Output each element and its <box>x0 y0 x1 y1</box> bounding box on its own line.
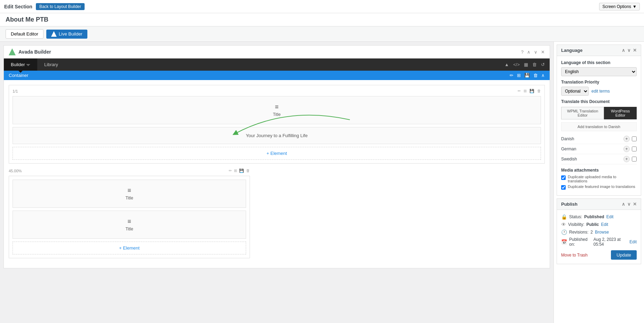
chevron-up-icon[interactable]: ∧ <box>622 48 625 53</box>
code-icon[interactable]: </> <box>513 62 520 67</box>
swedish-add-button[interactable]: + <box>623 156 630 162</box>
save-col-icon[interactable]: 💾 <box>529 89 534 93</box>
avada-builder-header: Avada Builder ? ∧ ∨ ✕ <box>4 46 550 58</box>
edit-icon[interactable]: ✏ <box>510 73 513 78</box>
title-label-col2: Title <box>16 227 242 231</box>
language-name-danish: Danish <box>561 136 574 141</box>
publish-actions: Move to Trash Update <box>561 250 637 260</box>
save-col45-icon[interactable]: 💾 <box>239 168 244 173</box>
default-editor-button[interactable]: Default Editor <box>6 29 44 39</box>
avada-builder-panel: Avada Builder ? ∧ ∨ ✕ Builder Library <box>3 45 550 268</box>
publish-panel-icons: ∧ ∨ ✕ <box>622 202 637 207</box>
dup-col45-icon[interactable]: ⊞ <box>234 168 237 173</box>
container-label: Container <box>9 73 28 78</box>
translation-priority-select[interactable]: Optional <box>561 87 589 96</box>
german-row-right: + <box>623 146 637 152</box>
add-element-button-1[interactable]: + Element <box>13 147 541 160</box>
del-col-icon[interactable]: 🗑 <box>537 89 541 93</box>
dup-col-icon[interactable]: ⊞ <box>524 89 527 93</box>
library-tab-label: Library <box>44 62 58 67</box>
language-name-swedish: Swedish <box>561 157 577 162</box>
live-builder-button[interactable]: Live Builder <box>46 30 87 39</box>
wordpress-editor-button[interactable]: WordPress Editor <box>604 107 637 119</box>
revisions-label: Revisions: <box>569 230 588 235</box>
column-fraction-label: 1/1 <box>13 89 18 93</box>
edit-section-label: Edit Section <box>4 4 32 9</box>
list-item: German + <box>561 144 637 154</box>
pub-chevron-up-icon[interactable]: ∧ <box>622 202 625 207</box>
collapse-icon[interactable]: ∨ <box>534 49 537 55</box>
duplicate-media-label: Duplicate uploaded media to translations <box>568 175 637 183</box>
add-element-button-col[interactable]: + Element <box>13 242 246 254</box>
language-list: Danish + German + Swed <box>561 134 637 164</box>
status-row: 🔒 Status: Published Edit <box>561 214 637 220</box>
status-badge: Published <box>584 214 604 219</box>
title-icon-col1: ≡ <box>16 187 242 194</box>
chevron-down-icon[interactable]: ∨ <box>627 48 631 53</box>
danish-add-button[interactable]: + <box>623 136 630 142</box>
language-panel-body: Language of this section English Transla… <box>557 56 641 195</box>
pub-close-icon[interactable]: ✕ <box>633 202 637 207</box>
back-to-layout-builder-button[interactable]: Back to Layout Builder <box>36 3 85 10</box>
toggle-icon[interactable]: ✕ <box>541 49 545 55</box>
duplicate-featured-checkbox[interactable] <box>561 185 566 190</box>
tab-builder[interactable]: Builder <box>4 58 37 71</box>
pub-chevron-down-icon[interactable]: ∨ <box>627 202 631 207</box>
edit-col-icon[interactable]: ✏ <box>518 89 521 93</box>
avada-header-icons: ? ∧ ∨ ✕ <box>521 49 545 55</box>
publish-panel: Publish ∧ ∨ ✕ 🔒 Status: Published Edit 👁… <box>557 198 641 264</box>
list-item: Danish + <box>561 134 637 144</box>
expand-icon[interactable]: ∧ <box>527 49 531 55</box>
collapse-icon[interactable]: ∧ <box>541 73 545 78</box>
visibility-row: 👁 Visibility: Public Edit <box>561 222 637 227</box>
avada-logo-icon <box>51 31 57 37</box>
language-panel-header: Language ∧ ∨ ✕ <box>557 45 641 56</box>
german-add-button[interactable]: + <box>623 146 630 152</box>
tab-library[interactable]: Library <box>37 58 65 71</box>
trash-icon[interactable]: 🗑 <box>532 62 537 67</box>
del-col45-icon[interactable]: 🗑 <box>246 168 250 173</box>
duplicate-icon[interactable]: ⊞ <box>517 73 521 78</box>
swedish-checkbox[interactable] <box>632 157 637 162</box>
screen-options-label: Screen Options <box>602 4 631 9</box>
edit-col45-icon[interactable]: ✏ <box>229 168 232 173</box>
revisions-icon: 🕐 <box>561 229 567 235</box>
col-percentage-label: 45.00% <box>9 169 22 173</box>
tab-active-indicator <box>26 64 30 66</box>
revisions-browse-link[interactable]: Browse <box>595 230 609 235</box>
delete-icon[interactable]: 🗑 <box>533 73 538 78</box>
published-on-edit-link[interactable]: Edit <box>629 239 637 244</box>
save-icon[interactable]: 💾 <box>524 73 530 78</box>
close-lang-icon[interactable]: ✕ <box>633 48 637 53</box>
language-select[interactable]: English <box>561 67 637 76</box>
visibility-edit-link[interactable]: Edit <box>601 222 608 227</box>
wpml-translation-editor-button[interactable]: WPML Translation Editor <box>561 107 604 119</box>
status-edit-link[interactable]: Edit <box>606 214 614 219</box>
builder-tabs: Builder Library ▲ </> ▦ 🗑 ↺ <box>4 58 550 71</box>
update-button[interactable]: Update <box>611 250 637 260</box>
status-icon: 🔒 <box>561 214 567 220</box>
screen-options-button[interactable]: Screen Options ▼ <box>599 3 640 10</box>
two-col-container: 45.00% ✏ ⊞ 💾 🗑 <box>9 168 545 258</box>
col-45-header: 45.00% ✏ ⊞ 💾 🗑 <box>9 168 250 173</box>
danish-checkbox[interactable] <box>632 136 637 141</box>
language-panel-title: Language <box>561 48 582 53</box>
column-icons: ✏ ⊞ 💾 🗑 <box>518 89 541 93</box>
list-item: Swedish + <box>561 154 637 164</box>
visibility-icon: 👁 <box>561 222 566 227</box>
move-to-trash-link[interactable]: Move to Trash <box>561 253 588 258</box>
duplicate-media-checkbox[interactable] <box>561 175 566 180</box>
revisions-count: 2 <box>590 230 593 235</box>
upload-icon[interactable]: ▲ <box>504 62 509 67</box>
history-icon[interactable]: ↺ <box>541 62 545 67</box>
swedish-row-right: + <box>623 156 637 162</box>
danish-row-right: + <box>623 136 637 142</box>
layout-icon[interactable]: ▦ <box>524 62 528 67</box>
status-label: Status: <box>569 214 582 219</box>
published-on-value: Aug 2, 2023 at 05:54 <box>594 237 628 247</box>
help-icon[interactable]: ? <box>521 49 524 55</box>
col-45-icons: ✏ ⊞ 💾 🗑 <box>229 168 250 173</box>
top-bar-left: Edit Section Back to Layout Builder <box>4 3 85 10</box>
edit-terms-link[interactable]: edit terms <box>591 89 610 94</box>
german-checkbox[interactable] <box>632 147 637 151</box>
